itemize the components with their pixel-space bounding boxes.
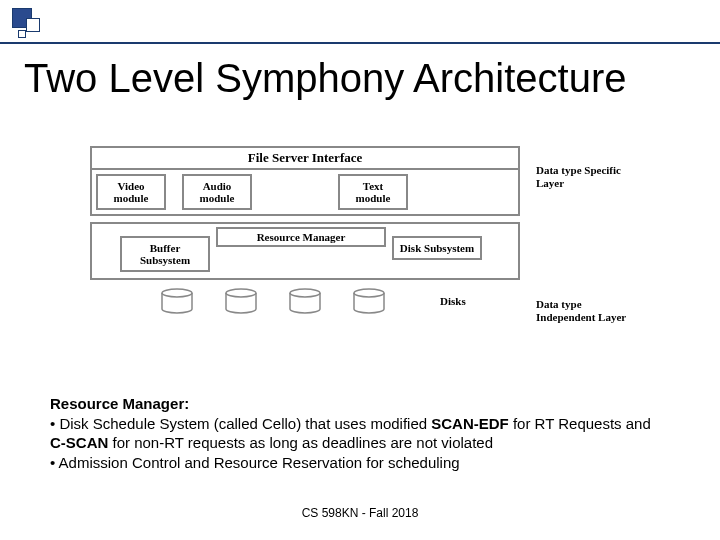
specific-layer-label: Data type Specific Layer (536, 164, 626, 190)
specific-layer-box: File Server Interface Video module Audio… (90, 146, 520, 216)
architecture-diagram: File Server Interface Video module Audio… (90, 146, 630, 314)
slide-title: Two Level Symphony Architecture (24, 56, 627, 101)
decoration-square (26, 18, 40, 32)
scan-edf-term: SCAN-EDF (431, 415, 509, 432)
bullet-text: • Disk Schedule System (called Cello) th… (50, 415, 431, 432)
disk-subsystem-box: Disk Subsystem (392, 236, 482, 260)
independent-layer-label: Data type Independent Layer (536, 298, 632, 324)
video-module-box: Video module (96, 174, 166, 210)
decoration-square (18, 30, 26, 38)
resource-manager-heading: Resource Manager: (50, 395, 189, 412)
bullet-text: • Admission Control and Resource Reserva… (50, 454, 460, 471)
modules-row: Video module Audio module Text module (92, 170, 518, 214)
bullet-text: for non-RT requests as long as deadlines… (108, 434, 493, 451)
disk-icon (288, 288, 322, 314)
svg-point-3 (354, 289, 384, 297)
svg-point-1 (226, 289, 256, 297)
svg-point-2 (290, 289, 320, 297)
bullet-text: for RT Requests and (509, 415, 651, 432)
corner-decoration (12, 8, 48, 44)
slide-footer: CS 598KN - Fall 2018 (0, 506, 720, 520)
audio-module-box: Audio module (182, 174, 252, 210)
resource-manager-box: Resource Manager (216, 227, 386, 247)
header-divider (0, 42, 720, 44)
disk-icon (224, 288, 258, 314)
disks-label: Disks (440, 295, 466, 307)
disk-icon (352, 288, 386, 314)
svg-point-0 (162, 289, 192, 297)
file-server-interface-label: File Server Interface (92, 148, 518, 170)
text-module-box: Text module (338, 174, 408, 210)
disk-icon (160, 288, 194, 314)
independent-layer-box: Resource Manager Buffer Subsystem Disk S… (90, 222, 520, 280)
cscan-term: C-SCAN (50, 434, 108, 451)
buffer-subsystem-box: Buffer Subsystem (120, 236, 210, 272)
body-text: Resource Manager: • Disk Schedule System… (50, 394, 670, 472)
